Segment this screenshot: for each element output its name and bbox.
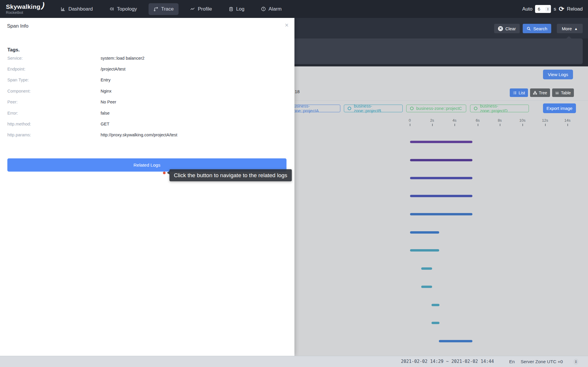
tag-field-row: Error:false <box>7 108 287 118</box>
tag-field-value: /projectA/test <box>101 67 126 71</box>
tag-field-row: Span Type:Entry <box>7 75 287 86</box>
nav-right-controls: Auto 6 ▲ ▼ s ⟳ Reload <box>522 0 583 18</box>
profile-icon <box>190 6 195 11</box>
language-selector[interactable]: En <box>509 356 515 367</box>
chip-label: business-zone::projectD <box>480 104 525 113</box>
view-mode-label: List <box>519 91 525 95</box>
trace-span-bar[interactable] <box>421 286 432 288</box>
chip-label: business-zone::projectA <box>291 104 337 113</box>
nav-item-alarm[interactable]: Alarm <box>256 3 286 15</box>
tag-field-value: Nginx <box>101 89 111 93</box>
tag-field-label: Error: <box>7 111 101 115</box>
chevron-up-icon: ▲ <box>574 27 578 31</box>
top-nav: Skywalking ) Rocketbot Dashboard Topolog… <box>0 0 588 18</box>
tag-fields: Service:system::load balancer2Endpoint:/… <box>7 53 287 140</box>
chip-circle-icon <box>348 107 351 110</box>
trace-span-bar[interactable] <box>410 213 472 215</box>
server-zone-selector[interactable]: Server Zone UTC +0 <box>521 356 563 367</box>
zone-step-down-icon: ▼ <box>575 362 577 363</box>
export-image-label: Export image <box>547 106 572 111</box>
span-info-modal: Span Info × Tags. Service:system::load b… <box>0 18 294 356</box>
tag-field-row: Service:system::load balancer2 <box>7 53 287 63</box>
nav-item-log[interactable]: Log <box>224 3 249 15</box>
nav-item-trace[interactable]: Trace <box>149 3 179 15</box>
tag-field-row: http.method:GET <box>7 118 287 129</box>
nav-label-profile: Profile <box>198 6 212 12</box>
axis-tick-mark <box>454 124 455 126</box>
trace-span-bar[interactable] <box>432 322 439 324</box>
trace-span-bar[interactable] <box>432 304 439 306</box>
clear-button[interactable]: ✕ Clear <box>494 24 520 33</box>
tag-field-label: Peer: <box>7 100 101 104</box>
nav-item-dashboard[interactable]: Dashboard <box>56 3 98 15</box>
clear-circle-icon: ✕ <box>498 26 503 31</box>
search-button[interactable]: Search <box>523 24 551 33</box>
axis-tick-mark <box>500 124 500 126</box>
export-image-button[interactable]: Export image <box>543 103 576 113</box>
time-range-picker[interactable]: 2021-02-02 14:29 ~ 2021-02-02 14:44 <box>401 356 494 367</box>
brand-name: Skywalking <box>6 4 40 10</box>
tag-field-label: Endpoint: <box>7 67 101 71</box>
tag-field-label: http.params: <box>7 133 101 137</box>
alarm-icon <box>261 6 266 11</box>
tag-field-label: http.method: <box>7 122 101 126</box>
topology-icon <box>109 6 114 11</box>
related-logs-label: Related Logs <box>134 162 160 168</box>
view-mode-group: ListTreeTable <box>510 88 574 97</box>
trace-icon <box>154 6 159 11</box>
view-logs-label: View Logs <box>548 72 568 77</box>
zone-stepper[interactable]: ▲ ▼ <box>574 359 578 365</box>
chip-circle-icon <box>410 107 414 110</box>
more-button[interactable]: More ▲ <box>557 24 583 33</box>
auto-interval-stepper[interactable]: ▲ ▼ <box>546 7 550 11</box>
dashboard-icon <box>61 6 66 11</box>
clear-button-label: Clear <box>505 26 516 31</box>
close-icon[interactable]: × <box>285 21 289 29</box>
reload-label[interactable]: Reload <box>567 6 583 12</box>
service-chip[interactable]: business-zone::projectD <box>470 105 529 112</box>
auto-interval-input[interactable]: 6 ▲ ▼ <box>535 5 551 13</box>
view-mode-list[interactable]: List <box>510 88 528 97</box>
view-mode-table[interactable]: Table <box>552 88 574 97</box>
trace-span-bar[interactable] <box>410 195 472 197</box>
trace-span-bar[interactable] <box>410 231 439 234</box>
axis-tick-label: 8s <box>498 118 502 123</box>
brand-swoosh-icon: ) <box>41 1 46 10</box>
nav-label-log: Log <box>236 6 244 12</box>
cursor-dot <box>163 172 166 174</box>
tag-field-value: false <box>101 111 110 115</box>
nav-items: Dashboard Topology Trace Profile <box>56 3 286 15</box>
brand-logo[interactable]: Skywalking ) Rocketbot <box>6 4 40 14</box>
view-mode-label: Tree <box>539 91 547 95</box>
chip-label: business-zone::projectB <box>354 104 399 113</box>
tag-field-row: Peer:No Peer <box>7 97 287 108</box>
view-logs-button[interactable]: View Logs <box>543 70 573 79</box>
nav-item-topology[interactable]: Topology <box>104 3 142 15</box>
axis-tick-mark <box>545 124 546 126</box>
tag-field-value: Entry <box>101 78 111 82</box>
auto-interval-value: 6 <box>538 6 540 11</box>
nav-label-topology: Topology <box>117 6 137 12</box>
axis-tick-label: 12s <box>542 118 548 123</box>
tag-field-row: Component:Nginx <box>7 86 287 96</box>
reload-icon[interactable]: ⟳ <box>559 6 564 12</box>
service-chip[interactable]: business-zone::projectB <box>344 105 403 112</box>
header-divider <box>294 100 588 100</box>
trace-span-bar[interactable] <box>410 141 472 143</box>
trace-span-bar[interactable] <box>410 177 472 179</box>
axis-tick-mark <box>522 124 523 126</box>
service-chip[interactable]: business-zone::projectC <box>406 105 466 112</box>
tag-field-value: GET <box>101 122 109 126</box>
chip-circle-icon <box>474 107 477 110</box>
step-down-icon: ▼ <box>547 9 549 11</box>
trace-span-bar[interactable] <box>439 340 472 342</box>
nav-item-profile[interactable]: Profile <box>185 3 217 15</box>
axis-tick-label: 2s <box>430 118 434 123</box>
trace-span-bar[interactable] <box>421 267 432 270</box>
trace-span-bar[interactable] <box>410 249 439 252</box>
view-mode-label: Table <box>561 91 571 95</box>
axis-tick-mark <box>478 124 478 126</box>
nav-label-trace: Trace <box>161 6 174 12</box>
view-mode-tree[interactable]: Tree <box>530 88 550 97</box>
trace-span-bar[interactable] <box>410 159 472 161</box>
